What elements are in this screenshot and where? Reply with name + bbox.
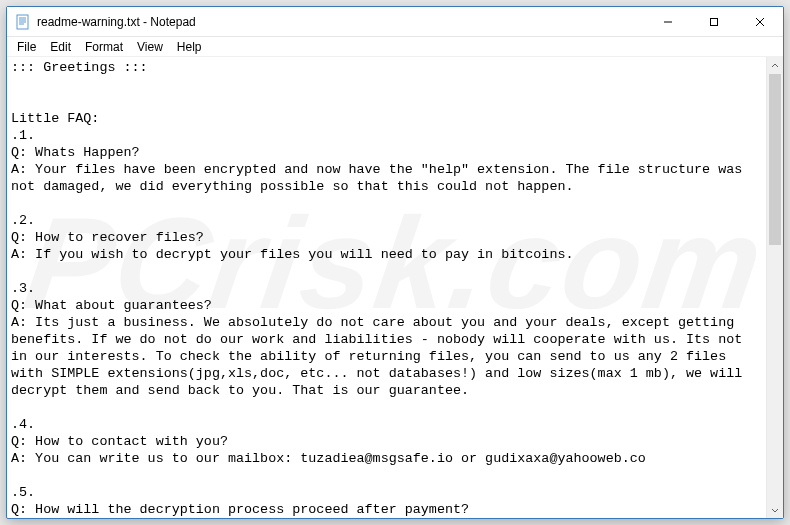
menubar: File Edit Format View Help [7, 37, 783, 57]
menu-file[interactable]: File [11, 38, 42, 56]
titlebar[interactable]: readme-warning.txt - Notepad [7, 7, 783, 37]
notepad-icon [15, 14, 31, 30]
window-title: readme-warning.txt - Notepad [37, 15, 645, 29]
menu-edit[interactable]: Edit [44, 38, 77, 56]
close-button[interactable] [737, 7, 783, 36]
vertical-scrollbar[interactable] [766, 57, 783, 518]
menu-help[interactable]: Help [171, 38, 208, 56]
text-editor[interactable]: ::: Greetings ::: Little FAQ: .1. Q: Wha… [7, 57, 766, 518]
scroll-thumb[interactable] [769, 74, 781, 245]
scroll-track[interactable] [767, 74, 783, 501]
maximize-button[interactable] [691, 7, 737, 36]
scroll-down-button[interactable] [767, 501, 783, 518]
menu-view[interactable]: View [131, 38, 169, 56]
window-controls [645, 7, 783, 36]
scroll-up-button[interactable] [767, 57, 783, 74]
minimize-button[interactable] [645, 7, 691, 36]
svg-rect-6 [711, 18, 718, 25]
editor-area: PCrisk.com ::: Greetings ::: Little FAQ:… [7, 57, 783, 518]
notepad-window: readme-warning.txt - Notepad File Edit F… [6, 6, 784, 519]
menu-format[interactable]: Format [79, 38, 129, 56]
